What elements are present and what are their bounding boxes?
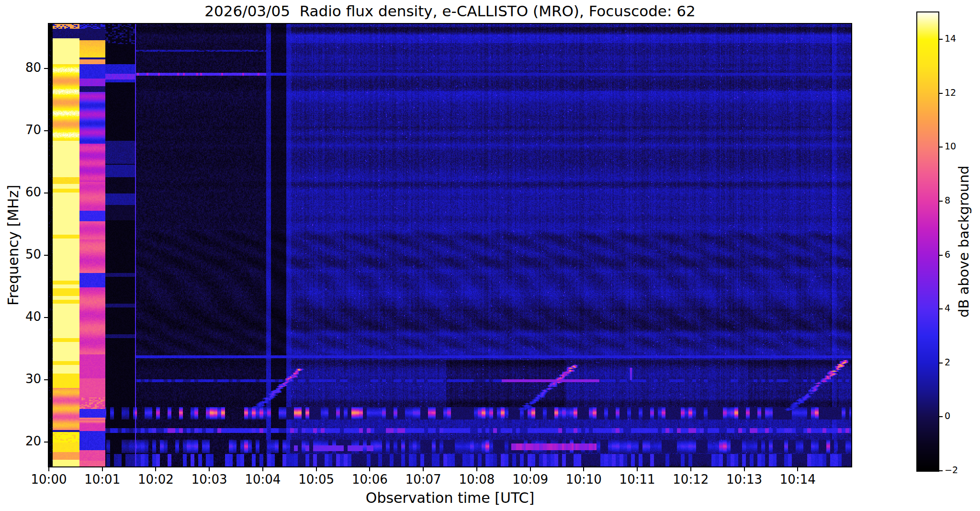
colorbar-tick-label: 4	[945, 303, 950, 313]
colorbar-tick-label: 12	[945, 87, 956, 98]
colorbar	[916, 11, 939, 472]
y-tick-mark	[44, 317, 48, 318]
colorbar-tick-mark	[939, 147, 943, 148]
colorbar-tick-label: 2	[945, 357, 950, 367]
colorbar-tick-mark	[939, 201, 943, 202]
x-tick-mark	[48, 467, 49, 471]
y-tick-mark	[44, 442, 48, 443]
y-tick-label: 30	[10, 372, 41, 386]
colorbar-tick-mark	[939, 363, 943, 363]
x-tick-label: 10:07	[396, 472, 450, 487]
y-axis-label: Frequency [MHz]	[5, 24, 22, 466]
x-tick-label: 10:09	[504, 472, 557, 487]
colorbar-tick-mark	[939, 416, 943, 417]
colorbar-tick-label: 14	[945, 33, 956, 44]
x-tick-label: 10:03	[182, 472, 236, 487]
y-tick-mark	[44, 130, 48, 131]
y-tick-label: 80	[10, 60, 41, 75]
x-tick-mark	[262, 467, 263, 471]
x-tick-mark	[690, 467, 691, 471]
chart-title: 2026/03/05 Radio flux density, e-CALLIST…	[49, 2, 851, 20]
x-tick-mark	[637, 467, 638, 471]
plot-area	[48, 23, 852, 467]
y-tick-mark	[44, 379, 48, 380]
x-tick-label: 10:06	[343, 472, 396, 487]
colorbar-tick-mark	[939, 255, 943, 256]
x-tick-label: 10:02	[129, 472, 182, 487]
y-tick-label: 70	[10, 123, 41, 137]
colorbar-tick-mark	[939, 308, 943, 309]
x-tick-mark	[476, 467, 477, 471]
x-tick-mark	[423, 467, 424, 471]
x-tick-mark	[102, 467, 103, 471]
colorbar-tick-label: 6	[945, 249, 950, 260]
y-tick-label: 40	[10, 309, 41, 324]
spectrogram-canvas	[49, 24, 851, 466]
x-axis-label: Observation time [UTC]	[49, 489, 851, 506]
x-tick-label: 10:14	[771, 472, 824, 487]
x-tick-label: 10:08	[450, 472, 504, 487]
x-tick-label: 10:12	[664, 472, 718, 487]
colorbar-tick-label: 8	[945, 195, 950, 205]
x-tick-label: 10:11	[610, 472, 664, 487]
x-tick-label: 10:04	[236, 472, 290, 487]
x-tick-mark	[155, 467, 156, 471]
figure: 2026/03/05 Radio flux density, e-CALLIST…	[0, 0, 980, 511]
y-tick-label: 50	[10, 247, 41, 261]
y-tick-label: 60	[10, 185, 41, 199]
x-tick-mark	[369, 467, 370, 471]
y-tick-mark	[44, 68, 48, 69]
colorbar-label: dB above background	[956, 12, 972, 471]
colorbar-tick-label: 10	[945, 141, 956, 151]
x-tick-label: 10:10	[557, 472, 610, 487]
y-tick-label: 20	[10, 434, 41, 448]
y-tick-mark	[44, 255, 48, 256]
x-tick-mark	[209, 467, 210, 471]
colorbar-tick-mark	[939, 93, 943, 94]
x-tick-label: 10:05	[290, 472, 343, 487]
x-tick-label: 10:00	[22, 472, 76, 487]
x-tick-label: 10:01	[76, 472, 129, 487]
x-tick-mark	[530, 467, 531, 471]
y-tick-mark	[44, 193, 48, 193]
x-tick-mark	[797, 467, 798, 471]
x-tick-mark	[316, 467, 317, 471]
colorbar-tick-mark	[939, 39, 943, 40]
colorbar-canvas	[917, 12, 938, 471]
x-tick-mark	[583, 467, 584, 471]
colorbar-tick-label: 0	[945, 410, 950, 421]
colorbar-tick-mark	[939, 470, 943, 471]
x-tick-mark	[744, 467, 745, 471]
x-tick-label: 10:13	[718, 472, 771, 487]
